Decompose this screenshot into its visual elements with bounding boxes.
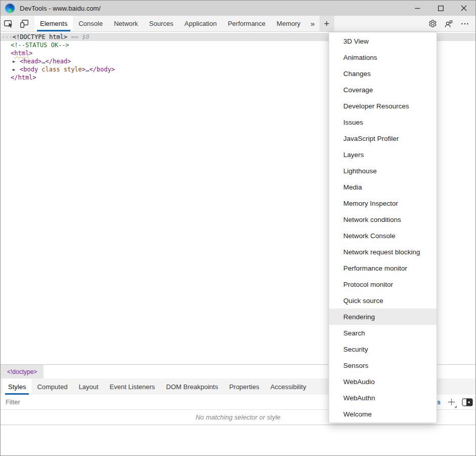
styles-tab-properties[interactable]: Properties bbox=[224, 378, 265, 395]
titlebar: DevTools - www.baidu.com/ bbox=[1, 1, 475, 16]
menu-item-network-conditions[interactable]: Network conditions bbox=[329, 211, 437, 227]
dom-token: <head> bbox=[20, 58, 42, 65]
dom-token: $0 bbox=[82, 33, 89, 41]
styles-tab-event-listeners[interactable]: Event Listeners bbox=[104, 378, 161, 395]
styles-tab-dom-breakpoints[interactable]: DOM Breakpoints bbox=[161, 378, 224, 395]
dom-token: > bbox=[29, 50, 32, 57]
dom-token: </body> bbox=[89, 66, 115, 73]
dom-token: == bbox=[67, 33, 82, 41]
minimize-button[interactable] bbox=[406, 1, 429, 16]
styles-tab-accessibility[interactable]: Accessibility bbox=[265, 378, 312, 395]
devtools-toolbar: ElementsConsoleNetworkSourcesApplication… bbox=[1, 16, 475, 32]
toggle-class-button[interactable]: s bbox=[437, 399, 441, 406]
expand-arrow-icon[interactable]: ▶ bbox=[13, 66, 20, 74]
more-tabs-button[interactable]: » bbox=[306, 16, 319, 31]
device-emulation-icon bbox=[19, 19, 29, 29]
dom-token: > bbox=[82, 66, 86, 73]
toggle-computed-sidebar-button[interactable] bbox=[462, 398, 473, 406]
tab-sources[interactable]: Sources bbox=[144, 16, 179, 31]
three-dots-icon bbox=[461, 20, 469, 28]
menu-item-memory-inspector[interactable]: Memory Inspector bbox=[329, 195, 437, 211]
styles-tab-computed[interactable]: Computed bbox=[31, 378, 73, 395]
menu-item-network-request-blocking[interactable]: Network request blocking bbox=[329, 244, 437, 260]
menu-item-webauthn[interactable]: WebAuthn bbox=[329, 390, 437, 406]
device-toolbar-button[interactable] bbox=[16, 16, 32, 31]
breadcrumb-doctype[interactable]: <!doctype> bbox=[1, 365, 44, 378]
dom-token: … bbox=[42, 58, 45, 65]
menu-item-media[interactable]: Media bbox=[329, 179, 437, 195]
expand-arrow-icon[interactable]: ▶ bbox=[13, 58, 20, 66]
menu-item-performance-monitor[interactable]: Performance monitor bbox=[329, 260, 437, 276]
settings-button[interactable] bbox=[426, 17, 439, 30]
menu-item-network-console[interactable]: Network Console bbox=[329, 227, 437, 244]
menu-item-animations[interactable]: Animations bbox=[329, 49, 437, 65]
menu-item-rendering[interactable]: Rendering bbox=[329, 309, 437, 325]
menu-item-search[interactable]: Search bbox=[329, 325, 437, 341]
sidebar-toggle-icon bbox=[462, 398, 473, 406]
menu-item-changes[interactable]: Changes bbox=[329, 65, 437, 82]
menu-item-3d-view[interactable]: 3D View bbox=[329, 33, 437, 49]
toolbar-tabs: ElementsConsoleNetworkSourcesApplication… bbox=[34, 16, 306, 31]
minimize-icon bbox=[415, 6, 420, 11]
styles-tab-styles[interactable]: Styles bbox=[3, 378, 31, 395]
menu-item-welcome[interactable]: Welcome bbox=[329, 406, 437, 422]
tab-elements[interactable]: Elements bbox=[34, 16, 73, 31]
dom-token: </html> bbox=[11, 74, 36, 81]
new-style-rule-button[interactable] bbox=[446, 397, 456, 407]
window-controls bbox=[406, 1, 475, 16]
menu-item-developer-resources[interactable]: Developer Resources bbox=[329, 98, 437, 114]
dom-token: <body bbox=[20, 66, 38, 73]
dom-token: </head> bbox=[46, 58, 71, 65]
plus-dropdown-corner-icon bbox=[454, 405, 457, 408]
styles-pane-empty-area bbox=[1, 425, 475, 455]
menu-item-lighthouse[interactable]: Lighthouse bbox=[329, 163, 437, 179]
close-icon bbox=[461, 5, 467, 11]
menu-item-webaudio[interactable]: WebAudio bbox=[329, 373, 437, 390]
devtools-window: DevTools - www.baidu.com/ bbox=[0, 0, 476, 456]
menu-item-coverage[interactable]: Coverage bbox=[329, 82, 437, 98]
gear-icon bbox=[428, 19, 437, 28]
menu-item-security[interactable]: Security bbox=[329, 341, 437, 357]
tab-console[interactable]: Console bbox=[73, 16, 108, 31]
tab-memory[interactable]: Memory bbox=[271, 16, 306, 31]
tab-network[interactable]: Network bbox=[108, 16, 144, 31]
maximize-button[interactable] bbox=[429, 1, 452, 16]
menu-item-sensors[interactable]: Sensors bbox=[329, 357, 437, 373]
close-button[interactable] bbox=[452, 1, 475, 16]
tab-performance[interactable]: Performance bbox=[222, 16, 271, 31]
feedback-button[interactable] bbox=[442, 17, 455, 30]
more-tools-button[interactable]: + bbox=[320, 16, 334, 31]
menu-item-javascript-profiler[interactable]: JavaScript Profiler bbox=[329, 130, 437, 146]
maximize-icon bbox=[438, 6, 444, 11]
dom-token: class style bbox=[38, 66, 82, 73]
menu-item-protocol-monitor[interactable]: Protocol monitor bbox=[329, 276, 437, 292]
feedback-person-icon bbox=[444, 19, 453, 28]
styles-filter-input[interactable]: Filter bbox=[6, 398, 20, 406]
menu-item-quick-source[interactable]: Quick source bbox=[329, 292, 437, 309]
more-tools-menu: 3D ViewAnimationsChangesCoverageDevelope… bbox=[329, 32, 437, 423]
menu-item-layers[interactable]: Layers bbox=[329, 146, 437, 163]
inspect-element-button[interactable] bbox=[1, 16, 16, 31]
toolbar-right bbox=[426, 16, 475, 31]
menu-item-issues[interactable]: Issues bbox=[329, 114, 437, 130]
window-title: DevTools - www.baidu.com/ bbox=[20, 5, 101, 12]
devtools-menu-button[interactable] bbox=[458, 17, 471, 30]
inspect-cursor-icon bbox=[4, 19, 14, 29]
dom-token: <!--STATUS OK--> bbox=[11, 42, 69, 49]
styles-filter-icons: s bbox=[437, 395, 473, 409]
styles-tab-layout[interactable]: Layout bbox=[73, 378, 104, 395]
dom-token: html bbox=[14, 50, 29, 57]
edge-logo-icon bbox=[5, 4, 15, 13]
dom-token: <!DOCTYPE html> bbox=[13, 33, 67, 41]
tab-application[interactable]: Application bbox=[179, 16, 222, 31]
dom-token: ··· bbox=[2, 33, 13, 41]
